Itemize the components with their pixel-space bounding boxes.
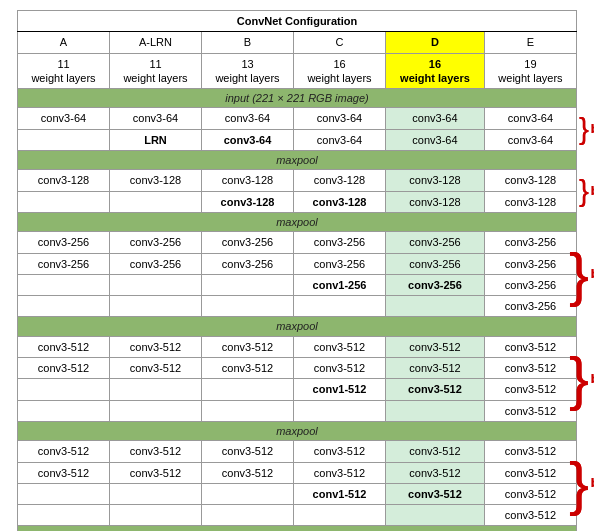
cell-3-0-3: conv3-512 [294, 336, 386, 357]
data-row: conv3-512 [18, 505, 577, 526]
cell-0-0-4: conv3-64 [386, 108, 485, 129]
cell-2-1-4: conv3-256 [386, 253, 485, 274]
cell-3-3-4 [386, 400, 485, 421]
cell-2-2-0 [18, 274, 110, 295]
cell-0-0-0: conv3-64 [18, 108, 110, 129]
cell-2-2-3: conv1-256 [294, 274, 386, 295]
cell-2-1-0: conv3-256 [18, 253, 110, 274]
cell-3-1-2: conv3-512 [202, 358, 294, 379]
cell-2-1-1: conv3-256 [110, 253, 202, 274]
cell-3-0-1: conv3-512 [110, 336, 202, 357]
cell-4-3-4 [386, 505, 485, 526]
cell-3-2-4: conv3-512 [386, 379, 485, 400]
separator-row-4: maxpool [18, 526, 577, 531]
cell-4-0-5: conv3-512 [484, 441, 576, 462]
cell-4-0-0: conv3-512 [18, 441, 110, 462]
cell-4-1-0: conv3-512 [18, 462, 110, 483]
cell-0-1-4: conv3-64 [386, 129, 485, 150]
cell-4-3-0 [18, 505, 110, 526]
cell-2-2-2 [202, 274, 294, 295]
col-header-c: C [294, 32, 386, 53]
cell-3-3-0 [18, 400, 110, 421]
cell-3-3-3 [294, 400, 386, 421]
input-row: input (221 × 221 RGB image) [18, 89, 577, 108]
cell-0-0-1: conv3-64 [110, 108, 202, 129]
data-row: conv3-256conv3-256conv3-256conv3-256conv… [18, 232, 577, 253]
cell-1-1-5: conv3-128 [484, 191, 576, 212]
convnet-table: ConvNet Configuration AA-LRNBCDE 11weigh… [17, 10, 577, 531]
main-wrapper: ConvNet Configuration AA-LRNBCDE 11weigh… [17, 10, 577, 531]
title-row: ConvNet Configuration [18, 11, 577, 32]
data-row: conv3-256 [18, 296, 577, 317]
cell-4-0-3: conv3-512 [294, 441, 386, 462]
cell-2-0-2: conv3-256 [202, 232, 294, 253]
cell-2-0-0: conv3-256 [18, 232, 110, 253]
cell-3-0-4: conv3-512 [386, 336, 485, 357]
data-row: LRNconv3-64conv3-64conv3-64conv3-64 [18, 129, 577, 150]
cell-4-1-1: conv3-512 [110, 462, 202, 483]
col-subheader-2: 13weight layers [202, 53, 294, 89]
cell-4-2-1 [110, 483, 202, 504]
cell-1-0-2: conv3-128 [202, 170, 294, 191]
col-header-b: B [202, 32, 294, 53]
cell-3-0-5: conv3-512 [484, 336, 576, 357]
cell-3-3-2 [202, 400, 294, 421]
data-row: conv3-256conv3-256conv3-256conv3-256conv… [18, 253, 577, 274]
separator-label-2: maxpool [18, 317, 577, 336]
subheader-row: 11weight layers11weight layers13weight l… [18, 53, 577, 89]
cell-4-0-1: conv3-512 [110, 441, 202, 462]
cell-4-3-2 [202, 505, 294, 526]
col-subheader-5: 19weight layers [484, 53, 576, 89]
cell-0-1-2: conv3-64 [202, 129, 294, 150]
separator-row-2: maxpool [18, 317, 577, 336]
cell-2-1-5: conv3-256 [484, 253, 576, 274]
cell-4-1-4: conv3-512 [386, 462, 485, 483]
cell-0-0-5: conv3-64 [484, 108, 576, 129]
cell-2-2-5: conv3-256 [484, 274, 576, 295]
data-row: conv3-512 [18, 400, 577, 421]
cell-4-1-2: conv3-512 [202, 462, 294, 483]
cell-2-3-1 [110, 296, 202, 317]
cell-1-0-4: conv3-128 [386, 170, 485, 191]
cell-1-0-1: conv3-128 [110, 170, 202, 191]
cell-4-2-2 [202, 483, 294, 504]
col-header-a-lrn: A-LRN [110, 32, 202, 53]
cell-2-1-2: conv3-256 [202, 253, 294, 274]
cell-2-3-2 [202, 296, 294, 317]
cell-3-1-0: conv3-512 [18, 358, 110, 379]
cell-4-3-3 [294, 505, 386, 526]
cell-1-1-3: conv3-128 [294, 191, 386, 212]
cell-4-0-2: conv3-512 [202, 441, 294, 462]
cell-4-3-1 [110, 505, 202, 526]
cell-3-1-5: conv3-512 [484, 358, 576, 379]
cell-3-1-3: conv3-512 [294, 358, 386, 379]
cell-1-1-1 [110, 191, 202, 212]
cell-2-0-5: conv3-256 [484, 232, 576, 253]
cell-2-0-1: conv3-256 [110, 232, 202, 253]
block-brace-4: } [569, 336, 589, 421]
cell-2-1-3: conv3-256 [294, 253, 386, 274]
block-brace-5: } [569, 441, 589, 526]
cell-2-3-4 [386, 296, 485, 317]
cell-0-1-3: conv3-64 [294, 129, 386, 150]
cell-4-1-3: conv3-512 [294, 462, 386, 483]
data-row: conv3-128conv3-128conv3-128conv3-128 [18, 191, 577, 212]
separator-label-1: maxpool [18, 212, 577, 231]
col-subheader-1: 11weight layers [110, 53, 202, 89]
data-row: conv3-64conv3-64conv3-64conv3-64conv3-64… [18, 108, 577, 129]
cell-2-3-5: conv3-256 [484, 296, 576, 317]
cell-1-1-2: conv3-128 [202, 191, 294, 212]
cell-4-2-0 [18, 483, 110, 504]
col-header-a: A [18, 32, 110, 53]
cell-4-2-4: conv3-512 [386, 483, 485, 504]
cell-0-0-2: conv3-64 [202, 108, 294, 129]
cell-1-1-0 [18, 191, 110, 212]
cell-2-3-3 [294, 296, 386, 317]
col-header-d: D [386, 32, 485, 53]
cell-3-0-2: conv3-512 [202, 336, 294, 357]
cell-2-2-4: conv3-256 [386, 274, 485, 295]
data-row: conv3-512conv3-512conv3-512conv3-512conv… [18, 358, 577, 379]
cell-3-3-5: conv3-512 [484, 400, 576, 421]
cell-0-1-5: conv3-64 [484, 129, 576, 150]
separator-label-4: maxpool [18, 526, 577, 531]
